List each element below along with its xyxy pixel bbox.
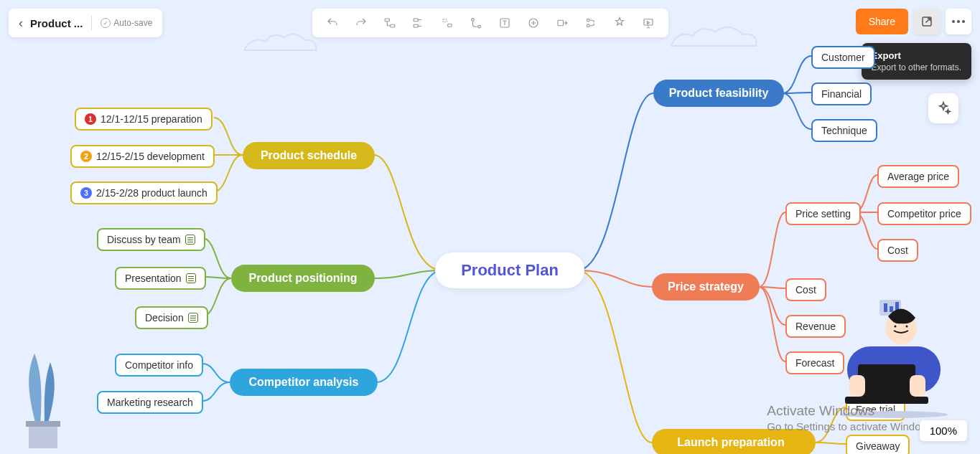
svg-rect-30	[910, 375, 925, 397]
note-icon	[186, 273, 196, 283]
svg-rect-4	[443, 19, 447, 22]
summary-button[interactable]	[577, 9, 605, 37]
branch-product-feasibility[interactable]: Product feasibility	[653, 80, 784, 107]
svg-rect-1	[390, 24, 394, 27]
leaf-feasibility-customer[interactable]: Customer	[811, 46, 875, 69]
redo-button[interactable]	[347, 9, 375, 37]
root-node[interactable]: Product Plan	[435, 252, 584, 288]
svg-rect-0	[385, 19, 389, 22]
export-tooltip: Export Export to other formats.	[862, 43, 971, 80]
leaf-schedule-launch[interactable]: 32/15-2/28 product launch	[70, 181, 218, 204]
leaf-price-revenue[interactable]: Revenue	[785, 315, 846, 338]
svg-rect-21	[895, 302, 899, 312]
leaf-cost-sub[interactable]: Cost	[877, 239, 918, 262]
leaf-schedule-preparation[interactable]: 112/1-12/15 preparation	[75, 108, 213, 131]
svg-point-24	[885, 313, 917, 344]
svg-point-17	[962, 20, 965, 23]
topic-button[interactable]	[404, 9, 433, 37]
leaf-competitor-price[interactable]: Competitor price	[877, 202, 971, 225]
boundary-button[interactable]	[548, 9, 577, 37]
svg-rect-27	[858, 364, 915, 400]
leaf-avg-price[interactable]: Average price	[877, 165, 959, 188]
leaf-feasibility-technique[interactable]: Technique	[811, 119, 877, 142]
priority-2-icon: 2	[80, 151, 92, 162]
present-button[interactable]	[634, 9, 663, 37]
insert-button[interactable]	[519, 9, 548, 37]
main-toolbar	[312, 9, 668, 37]
branch-price-strategy[interactable]: Price strategy	[652, 273, 760, 301]
leaf-marketing-research[interactable]: Marketing research	[97, 391, 203, 414]
svg-rect-5	[447, 24, 451, 27]
svg-rect-2	[414, 19, 418, 22]
svg-point-11	[587, 19, 589, 22]
note-icon	[188, 313, 198, 323]
leaf-price-setting[interactable]: Price setting	[785, 202, 861, 225]
svg-rect-29	[849, 375, 865, 397]
top-right-actions: Share	[856, 9, 971, 34]
svg-rect-19	[884, 303, 887, 312]
leaf-feasibility-financial[interactable]: Financial	[811, 82, 872, 105]
note-icon	[185, 235, 195, 245]
svg-point-16	[957, 20, 960, 23]
leaf-price-cost[interactable]: Cost	[785, 278, 826, 301]
ai-assist-button[interactable]	[928, 93, 958, 123]
document-title[interactable]: Product ...	[30, 17, 83, 29]
cloud-decoration	[664, 22, 765, 54]
leaf-price-forecast[interactable]: Forecast	[785, 351, 844, 374]
divider	[91, 16, 92, 30]
export-button[interactable]	[914, 9, 940, 34]
branch-product-positioning[interactable]: Product positioning	[231, 265, 375, 292]
svg-point-15	[952, 20, 955, 23]
text-button[interactable]	[490, 9, 519, 37]
file-bar: ‹ Product ... Auto-save	[9, 9, 162, 37]
leaf-positioning-presentation[interactable]: Presentation	[115, 267, 206, 290]
svg-point-12	[587, 24, 589, 27]
back-button[interactable]: ‹	[19, 16, 23, 31]
svg-rect-23	[847, 346, 941, 393]
zoom-indicator[interactable]: 100%	[920, 420, 967, 441]
relationship-button[interactable]	[462, 9, 490, 37]
svg-rect-31	[29, 424, 57, 448]
leaf-schedule-development[interactable]: 212/15-2/15 development	[70, 145, 215, 168]
svg-rect-3	[414, 24, 418, 27]
undo-button[interactable]	[318, 9, 347, 37]
svg-rect-10	[558, 20, 564, 26]
subtopic-button[interactable]	[375, 9, 404, 37]
priority-3-icon: 3	[80, 187, 92, 199]
tooltip-title: Export	[872, 50, 961, 61]
leaf-positioning-discuss[interactable]: Discuss by team	[97, 228, 205, 251]
autosave-indicator: Auto-save	[101, 18, 152, 28]
plant-illustration	[7, 346, 79, 454]
svg-point-7	[477, 25, 480, 28]
svg-point-25	[895, 326, 897, 328]
svg-rect-18	[879, 300, 901, 316]
floating-topic-button[interactable]	[433, 9, 462, 37]
leaf-launch-giveaway[interactable]: Giveaway	[846, 435, 910, 454]
svg-rect-20	[890, 306, 893, 312]
leaf-competitor-info[interactable]: Competitor info	[115, 354, 203, 377]
priority-1-icon: 1	[85, 113, 96, 125]
branch-launch-preparation[interactable]: Launch preparation	[652, 429, 816, 454]
svg-rect-32	[26, 421, 60, 427]
share-button[interactable]: Share	[856, 9, 908, 34]
style-button[interactable]	[605, 9, 634, 37]
branch-competitor-analysis[interactable]: Competitor analysis	[230, 369, 378, 396]
svg-point-26	[906, 326, 908, 328]
leaf-positioning-decision[interactable]: Decision	[135, 306, 208, 329]
branch-product-schedule[interactable]: Product schedule	[243, 142, 375, 169]
leaf-launch-freetrial[interactable]: Free trial	[846, 398, 905, 421]
tooltip-desc: Export to other formats.	[872, 62, 961, 72]
cloud-decoration	[237, 29, 323, 57]
more-button[interactable]	[946, 9, 971, 34]
svg-point-6	[471, 19, 474, 22]
